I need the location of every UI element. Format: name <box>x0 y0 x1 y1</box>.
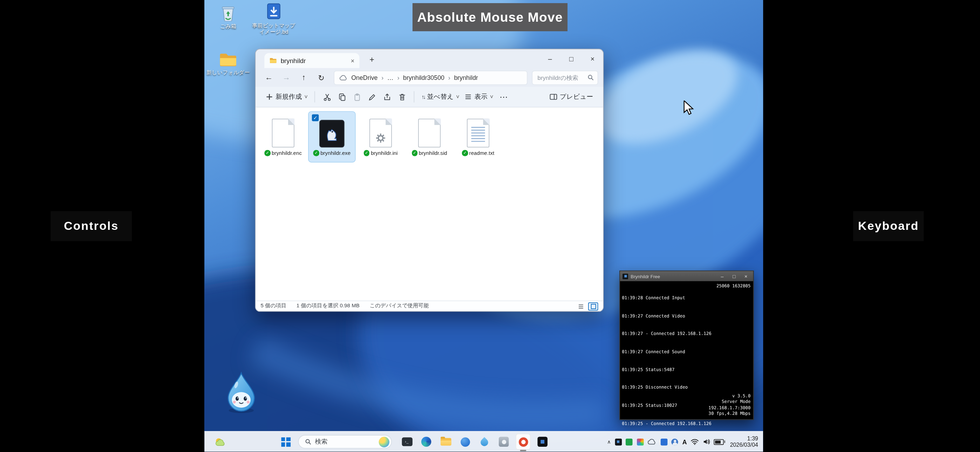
paste-button[interactable] <box>350 89 364 104</box>
edge-icon <box>421 436 431 447</box>
clock-time: 1:39 <box>730 435 758 442</box>
minimize-button[interactable]: – <box>539 49 561 68</box>
video-frame: ごみ箱 事前ビットマップイメージ.bd 新しいフォルダー <box>0 0 980 452</box>
new-button[interactable]: 新規作成 ˅ <box>263 92 310 101</box>
minimize-button[interactable]: – <box>718 273 727 279</box>
blue-circle-app-icon <box>460 437 470 446</box>
taskbar-app-edge[interactable] <box>419 434 434 450</box>
taskbar-app-file-explorer[interactable] <box>438 434 453 450</box>
details-view-toggle[interactable] <box>576 302 586 310</box>
breadcrumb-item[interactable]: brynhildr30500 <box>403 74 444 81</box>
search-icon <box>305 439 311 445</box>
log-line: 01:39:27 Connected Video <box>622 314 711 320</box>
tab-close-icon[interactable]: × <box>351 57 354 64</box>
up-button[interactable]: ↑ <box>296 73 312 82</box>
mouse-cursor <box>683 100 694 116</box>
desktop-icon-bitmap-image[interactable]: 事前ビットマップイメージ.bd <box>252 3 296 35</box>
volume-icon[interactable] <box>703 439 710 445</box>
start-button[interactable] <box>278 434 293 450</box>
file-explorer-icon <box>440 438 451 446</box>
ime-indicator[interactable]: A <box>682 438 687 446</box>
chevron-down-icon: ˅ <box>304 94 307 100</box>
explorer-nav-bar: ← → ↑ ↻ OneDrive › … › brynhildr30500 › … <box>256 68 603 86</box>
desktop-icon-label: 新しいフォルダー <box>207 69 250 76</box>
refresh-button[interactable]: ↻ <box>313 73 329 82</box>
log-line: 01:39:25 - Connected 192.168.1.126 <box>622 421 711 427</box>
taskbar-app-brynhildr[interactable] <box>535 434 550 450</box>
explorer-tab-strip: brynhildr × + – □ × <box>256 49 603 68</box>
color-tray-icon[interactable] <box>637 438 644 446</box>
version: v 3.5.0 <box>708 393 751 399</box>
desktop-icon-label: 事前ビットマップイメージ.bd <box>252 22 296 35</box>
search-input[interactable] <box>536 73 585 82</box>
taskbar-app-blue-circle[interactable] <box>457 434 473 450</box>
green-tray-icon[interactable] <box>626 438 633 446</box>
preview-panel-icon <box>549 93 557 100</box>
terminal-icon: ›_ <box>402 437 412 446</box>
window-title: Brynhildr Free <box>630 273 715 279</box>
connection-log: 01:39:28 Connected Input 01:39:27 Connec… <box>622 284 711 452</box>
breadcrumb[interactable]: OneDrive › … › brynhildr30500 › brynhild… <box>334 70 528 85</box>
cut-button[interactable] <box>320 89 335 104</box>
view-button[interactable]: 表示 ˅ <box>462 92 496 101</box>
breadcrumb-item[interactable]: OneDrive <box>351 74 377 81</box>
blue-tray-icon[interactable] <box>660 438 667 446</box>
taskbar-app-water-drop[interactable] <box>477 434 492 450</box>
file-tile[interactable]: ✓ brynhildr.enc <box>260 112 306 162</box>
breadcrumb-item[interactable]: brynhildr <box>454 74 478 81</box>
taskbar: 検索 ›_ <box>204 431 763 452</box>
new-tab-button[interactable]: + <box>366 54 378 66</box>
battery-icon[interactable] <box>714 439 724 445</box>
taskbar-app-active[interactable] <box>515 434 531 450</box>
chevron-right-icon: › <box>381 74 383 81</box>
file-name: brynhildr.enc <box>272 150 302 156</box>
scissors-icon <box>323 93 331 101</box>
onedrive-tray-icon[interactable] <box>648 439 657 445</box>
maximize-button[interactable]: □ <box>729 273 739 279</box>
chevron-down-icon: ˅ <box>456 94 459 100</box>
brynhildr-tray-icon[interactable] <box>615 438 622 446</box>
widgets-button[interactable] <box>212 434 227 450</box>
water-drop-mascot <box>222 371 261 414</box>
file-tile[interactable]: ✓ readme.txt <box>455 112 501 162</box>
breadcrumb-ellipsis[interactable]: … <box>387 74 394 81</box>
wifi-icon[interactable] <box>691 439 699 445</box>
divider <box>314 91 315 102</box>
taskbar-app-gray[interactable] <box>496 434 511 450</box>
share-icon <box>383 93 391 101</box>
explorer-tab[interactable]: brynhildr × <box>264 53 359 68</box>
taskbar-search[interactable]: 検索 <box>298 435 392 449</box>
back-button[interactable]: ← <box>261 73 277 82</box>
user-tray-icon[interactable] <box>671 438 679 446</box>
taskbar-app-terminal[interactable]: ›_ <box>399 434 414 450</box>
search-icon <box>587 74 594 81</box>
clock-date: 2026/03/04 <box>730 442 758 449</box>
more-button[interactable]: ⋯ <box>496 92 512 102</box>
forward-button[interactable]: → <box>278 73 294 82</box>
desktop-icon-recycle-bin[interactable]: ごみ箱 <box>206 4 250 29</box>
close-button[interactable]: × <box>741 273 751 279</box>
share-button[interactable] <box>380 89 395 104</box>
water-drop-icon <box>479 437 490 447</box>
bitmap-image-icon <box>266 3 282 21</box>
preview-button[interactable]: プレビュー <box>546 92 595 101</box>
copy-button[interactable] <box>334 89 350 104</box>
brynhildr-title-bar[interactable]: Brynhildr Free – □ × <box>620 271 753 282</box>
maximize-button[interactable]: □ <box>561 49 582 68</box>
explorer-search[interactable] <box>532 70 598 85</box>
tab-title: brynhildr <box>281 57 347 64</box>
sort-button[interactable]: ↑↓ 並べ替え ˅ <box>419 92 462 101</box>
file-tile-selected[interactable]: ✓ ✓ brynhildr.exe <box>309 112 355 162</box>
icons-view-toggle[interactable] <box>588 302 598 310</box>
ini-file-icon <box>369 119 392 148</box>
file-tile[interactable]: ✓ brynhildr.sid <box>406 112 452 162</box>
file-tile[interactable]: ✓ brynhildr.ini <box>358 112 404 162</box>
desktop-icon-folder[interactable]: 新しいフォルダー <box>206 53 250 76</box>
exe-file-icon <box>319 120 344 147</box>
delete-button[interactable] <box>395 89 410 104</box>
rename-button[interactable] <box>364 89 380 104</box>
close-button[interactable]: × <box>582 49 603 68</box>
tray-overflow-button[interactable]: ∧ <box>607 439 611 445</box>
chevron-right-icon: › <box>397 74 399 81</box>
taskbar-clock[interactable]: 1:39 2026/03/04 <box>730 435 758 448</box>
